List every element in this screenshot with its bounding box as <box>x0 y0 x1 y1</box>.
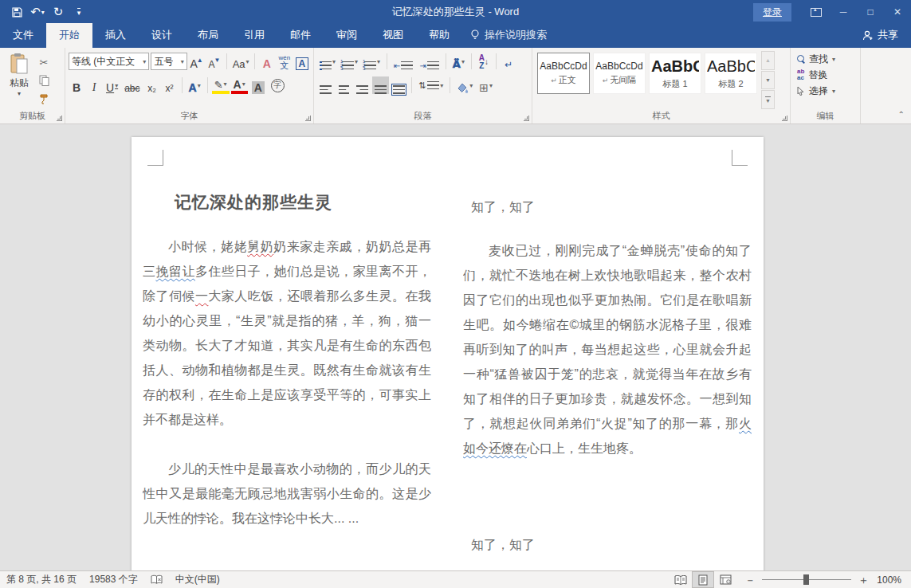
styles-dialog-launcher[interactable] <box>782 116 787 121</box>
line-spacing-button[interactable]: ⇅▾ <box>416 76 446 94</box>
tab-help[interactable]: 帮助 <box>416 23 462 48</box>
tell-me-search[interactable]: 操作说明搜索 <box>462 23 555 48</box>
tab-layout[interactable]: 布局 <box>185 23 231 48</box>
highlight-caret-icon[interactable]: ▾ <box>224 80 227 88</box>
clear-formatting-button[interactable]: A <box>259 53 275 70</box>
style-heading-2[interactable]: AaBbC 标题 2 <box>705 53 757 94</box>
read-mode-button[interactable] <box>670 571 692 588</box>
undo-caret-icon[interactable]: ▾ <box>41 9 45 16</box>
font-color-button[interactable]: A▾ <box>231 76 248 94</box>
numbering-button[interactable]: ▾ <box>340 53 360 70</box>
multilevel-list-button[interactable]: ▾ <box>362 53 383 70</box>
proofing-status[interactable] <box>144 571 169 588</box>
zoom-in-button[interactable]: ＋ <box>858 574 869 586</box>
body-paragraph[interactable]: 小时候，姥姥舅奶奶来家走亲戚，奶奶总是再三挽留让多住些日子，她们总是说，家里离不… <box>143 234 431 432</box>
italic-button[interactable]: I <box>86 76 102 94</box>
font-color-caret-icon[interactable]: ▾ <box>242 80 245 88</box>
select-button[interactable]: 选择▾ <box>797 83 857 99</box>
body-paragraph[interactable]: 少儿的天性中是最喜欢小动物的，而少儿的天性中又是最能毫无顾忌地戕害弱小生命的。这… <box>143 457 431 531</box>
tab-view[interactable]: 视图 <box>370 23 416 48</box>
font-name-combo[interactable]: 等线 (中文正文▾ <box>69 53 149 70</box>
format-painter-button[interactable] <box>35 91 53 107</box>
maximize-button[interactable]: □ <box>857 0 884 24</box>
decrease-indent-button[interactable]: ⇤ <box>391 53 415 70</box>
paste-button[interactable]: 粘贴 ▾ <box>3 51 35 109</box>
save-button[interactable] <box>8 2 26 22</box>
zoom-slider[interactable] <box>762 579 851 580</box>
tab-mailings[interactable]: 邮件 <box>277 23 324 48</box>
tab-file[interactable]: 文件 <box>0 23 46 48</box>
borders-button[interactable]: ⊞▾ <box>477 76 495 94</box>
paste-caret-icon[interactable]: ▾ <box>18 90 21 97</box>
sort-button[interactable]: AZ↓ <box>476 53 492 70</box>
web-layout-button[interactable] <box>714 571 736 588</box>
underline-button[interactable]: U▾ <box>104 76 120 94</box>
text-column-left[interactable]: 记忆深处的那些生灵小时候，姥姥舅奶奶来家走亲戚，奶奶总是再三挽留让多住些日子，她… <box>143 153 431 570</box>
align-left-button[interactable] <box>317 76 334 94</box>
text-column-right[interactable]: 知了，知了麦收已过，刚刚完成了“金蝉脱壳”使命的知了们，就忙不迭地在树上欢快地歌… <box>463 153 752 570</box>
text-highlight-button[interactable]: ✎▾ <box>212 76 230 94</box>
body-paragraph[interactable]: 麦收已过，刚刚完成了“金蝉脱壳”使命的知了们，就忙不迭地在树上欢快地歌唱起来，整… <box>463 238 752 461</box>
enclose-characters-button[interactable]: 字 <box>269 76 287 94</box>
tab-insert[interactable]: 插入 <box>92 23 139 48</box>
align-right-button[interactable] <box>354 76 371 94</box>
word-count-status[interactable]: 19583 个字 <box>83 571 144 588</box>
zoom-percentage[interactable]: 100% <box>877 574 911 586</box>
underline-caret-icon[interactable]: ▾ <box>115 82 118 89</box>
language-status[interactable]: 中文(中国) <box>169 571 226 588</box>
tab-review[interactable]: 审阅 <box>324 23 370 48</box>
cut-button[interactable]: ✂ <box>35 54 53 70</box>
show-hide-marks-button[interactable]: ↵ <box>501 53 516 70</box>
clipboard-dialog-launcher[interactable] <box>57 116 62 121</box>
section-heading[interactable]: 知了，知了 <box>471 199 752 216</box>
paragraph-dialog-launcher[interactable] <box>524 116 529 121</box>
align-center-button[interactable] <box>336 76 352 94</box>
select-caret-icon[interactable]: ▾ <box>832 88 835 95</box>
tab-references[interactable]: 引用 <box>231 23 277 48</box>
share-button[interactable]: 共享 <box>850 23 911 48</box>
close-button[interactable]: ✕ <box>884 0 911 24</box>
undo-button[interactable]: ↶▾ <box>29 2 46 22</box>
character-border-button[interactable]: A <box>294 53 310 70</box>
superscript-button[interactable]: x² <box>162 76 178 94</box>
style-no-spacing[interactable]: AaBbCcDd ↵无间隔 <box>593 53 646 94</box>
zoom-out-button[interactable]: － <box>744 574 756 586</box>
asian-layout-button[interactable]: A⃡▾ <box>450 53 467 70</box>
document-area[interactable]: 记忆深处的那些生灵小时候，姥姥舅奶奶来家走亲戚，奶奶总是再三挽留让多住些日子，她… <box>0 125 911 570</box>
page-number-status[interactable]: 第 8 页, 共 16 页 <box>0 571 83 588</box>
styles-scroll-up-button[interactable]: ▲ <box>761 51 775 70</box>
strikethrough-button[interactable]: abc <box>122 76 142 94</box>
zoom-slider-handle[interactable] <box>803 574 809 585</box>
styles-gallery-more-button[interactable]: ▼ <box>761 90 775 109</box>
justify-button[interactable] <box>372 76 389 94</box>
styles-scroll-down-button[interactable]: ▼ <box>761 71 775 90</box>
font-size-combo[interactable]: 五号▾ <box>151 53 187 70</box>
print-layout-button[interactable] <box>692 571 714 588</box>
shrink-font-button[interactable]: A▼ <box>206 53 222 70</box>
text-effects-caret-icon[interactable]: ▾ <box>198 82 201 89</box>
collapse-ribbon-button[interactable]: ⌃ <box>898 110 905 119</box>
customize-qat-button[interactable]: ▾ <box>70 2 88 22</box>
tab-home[interactable]: 开始 <box>46 23 92 48</box>
section-heading[interactable]: 知了，知了 <box>471 537 752 554</box>
increase-indent-button[interactable]: ⇥ <box>417 53 441 70</box>
subscript-button[interactable]: x₂ <box>144 76 160 94</box>
style-normal[interactable]: AaBbCcDd ↵正文 <box>537 53 590 94</box>
shading-button[interactable]: ▾ <box>454 76 475 94</box>
redo-button[interactable]: ↻ <box>49 2 67 22</box>
replace-button[interactable]: abac 替换 <box>797 67 857 83</box>
font-dialog-launcher[interactable] <box>305 116 311 121</box>
find-caret-icon[interactable]: ▾ <box>832 56 835 63</box>
character-shading-button[interactable]: A <box>249 76 267 94</box>
distribute-button[interactable] <box>391 76 407 94</box>
grow-font-button[interactable]: A▲ <box>189 53 206 70</box>
find-button[interactable]: 查找▾ <box>797 51 857 67</box>
copy-button[interactable] <box>35 73 53 88</box>
ribbon-display-options-button[interactable] <box>803 0 830 24</box>
minimize-button[interactable]: ─ <box>830 0 857 24</box>
tab-design[interactable]: 设计 <box>139 23 185 48</box>
bullets-button[interactable]: ▾ <box>317 53 338 70</box>
style-heading-1[interactable]: AaBbC 标题 1 <box>649 53 701 94</box>
text-effects-button[interactable]: A▾ <box>187 76 203 94</box>
sign-in-button[interactable]: 登录 <box>753 3 791 22</box>
